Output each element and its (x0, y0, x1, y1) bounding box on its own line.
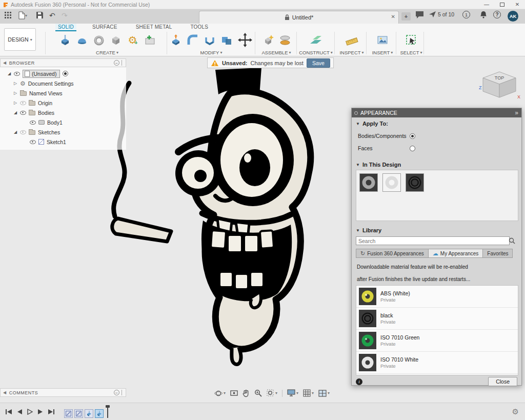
bodies-radio[interactable] (410, 133, 415, 139)
appearance-header[interactable]: APPEARANCE » (352, 108, 521, 117)
tab-fusion-appearances[interactable]: ↻ Fusion 360 Appearances (356, 249, 429, 258)
visibility-eye-icon[interactable] (20, 101, 26, 105)
design-swatch-white[interactable] (382, 173, 401, 192)
timeline-position-marker[interactable] (107, 406, 111, 418)
visibility-eye-icon[interactable] (14, 72, 20, 76)
construction-plane-icon[interactable] (309, 32, 323, 48)
play-icon[interactable] (27, 409, 33, 415)
comments-header[interactable]: ◀ COMMENTS − (0, 388, 126, 397)
timeline-sketch-feature-icon[interactable] (74, 409, 83, 418)
timeline-selected-feature-icon[interactable] (95, 409, 104, 418)
faces-radio[interactable] (410, 146, 415, 151)
skip-to-end-icon[interactable] (48, 409, 55, 415)
tree-root-unsaved[interactable]: ◢ (Unsaved) (0, 69, 126, 78)
expander-icon[interactable]: ◢ (13, 110, 17, 115)
group-insert-label[interactable]: INSERT▾ (372, 50, 393, 55)
tab-solid[interactable]: SOLID (55, 24, 76, 31)
close-dialog-button[interactable]: Close (488, 377, 517, 386)
design-swatch-gray[interactable] (359, 173, 378, 192)
saves-counter[interactable]: 5 of 10 (429, 11, 454, 18)
save-button[interactable]: Save (307, 58, 330, 68)
fillet-icon[interactable] (186, 32, 200, 48)
extrude-icon[interactable] (58, 32, 72, 48)
look-at-icon[interactable] (230, 389, 238, 397)
material-row-iso-white[interactable]: ISO 7010 White Private (356, 352, 518, 374)
visibility-eye-icon[interactable] (30, 140, 36, 144)
step-back-icon[interactable] (17, 409, 23, 415)
redo-icon[interactable]: ↷ (62, 11, 68, 19)
insert-image-icon[interactable] (375, 32, 390, 48)
shell-icon[interactable] (203, 32, 217, 48)
material-row-black[interactable]: black Private (356, 308, 518, 330)
tree-item-document-settings[interactable]: ▷ ⚙ Document Settings (0, 78, 126, 88)
browser-minimize-icon[interactable]: − (114, 60, 119, 66)
notification-bell-icon[interactable] (480, 11, 487, 18)
visibility-eye-icon[interactable] (20, 111, 26, 115)
in-this-design-section-header[interactable]: ▼ In This Design (356, 162, 401, 168)
step-forward-icon[interactable] (37, 409, 43, 415)
browser-resize-handle[interactable] (122, 60, 125, 66)
orbit-icon[interactable]: ▾ (214, 389, 226, 397)
move-icon[interactable] (236, 32, 254, 48)
visibility-eye-icon[interactable] (30, 121, 36, 125)
timeline-sketch-feature-icon[interactable] (64, 409, 73, 418)
browser-collapse-icon[interactable]: ◀ (3, 61, 7, 65)
joint-icon[interactable] (278, 32, 292, 48)
account-avatar[interactable]: AK (508, 11, 518, 22)
expander-icon[interactable]: ◢ (7, 71, 11, 76)
select-icon[interactable] (404, 32, 418, 48)
coil-icon[interactable] (92, 32, 106, 48)
fit-icon[interactable]: ▾ (267, 389, 277, 397)
tree-item-sketches[interactable]: ◢ Sketches (0, 127, 126, 137)
group-modify-label[interactable]: MODIFY▾ (200, 50, 223, 55)
apply-to-section-header[interactable]: ▼ Apply To: (356, 121, 388, 127)
tree-item-origin[interactable]: ▷ Origin (0, 98, 126, 108)
document-tab-close-icon[interactable]: ✕ (391, 14, 395, 19)
close-window-button[interactable]: ✕ (510, 0, 525, 9)
comment-icon[interactable] (415, 11, 424, 19)
expander-icon[interactable]: ◢ (13, 130, 17, 134)
display-settings-icon[interactable]: ▾ (287, 389, 298, 397)
canvas-artwork-zombie-face[interactable] (97, 67, 328, 369)
activate-component-radio[interactable] (63, 71, 68, 76)
material-row-abs-white[interactable]: ABS (White) Private (356, 286, 518, 308)
grid-settings-icon[interactable]: ▾ (303, 389, 314, 397)
info-icon[interactable]: i (356, 378, 362, 385)
group-select-label[interactable]: SELECT▾ (400, 50, 422, 55)
apply-to-bodies-option[interactable]: Bodies/Components (358, 133, 415, 139)
tab-surface[interactable]: SURFACE (90, 24, 120, 31)
skip-to-start-icon[interactable] (5, 409, 12, 415)
document-tab[interactable]: Untitled* ✕ (199, 11, 399, 24)
zoom-icon[interactable] (254, 389, 262, 397)
new-tab-button[interactable]: + (401, 12, 411, 21)
save-icon[interactable] (36, 11, 44, 19)
material-row-iso-green[interactable]: ISO 7010 Green Private (356, 330, 518, 352)
pan-hand-icon[interactable] (243, 389, 250, 397)
tree-item-sketch1[interactable]: Sketch1 (0, 137, 126, 147)
undo-icon[interactable]: ↶ (49, 11, 55, 19)
visibility-eye-icon[interactable] (20, 130, 26, 134)
apply-to-faces-option[interactable]: Faces (358, 145, 415, 151)
expander-icon[interactable]: ▷ (13, 101, 17, 105)
viewcube[interactable]: TOP Z X (477, 67, 522, 101)
tab-tools[interactable]: TOOLS (188, 24, 211, 31)
tab-favorites[interactable]: Favorites (483, 249, 513, 258)
primitive-box-icon[interactable] (109, 32, 123, 48)
browser-header[interactable]: ◀ BROWSER − (0, 58, 126, 67)
create-sketch-icon[interactable] (143, 32, 157, 48)
app-grid-icon[interactable] (4, 11, 12, 19)
revolve-icon[interactable] (75, 32, 89, 48)
measure-icon[interactable] (345, 32, 359, 48)
gear-create-icon[interactable]: ⚙+ (126, 32, 140, 48)
comments-resize-handle[interactable] (122, 390, 125, 395)
comments-collapse-icon[interactable]: ◀ (3, 390, 7, 395)
tree-item-bodies[interactable]: ◢ Bodies (0, 108, 126, 117)
expander-icon[interactable]: ▷ (13, 91, 17, 95)
group-create-label[interactable]: CREATE▾ (96, 50, 118, 55)
tab-sheet-metal[interactable]: SHEET METAL (133, 24, 175, 31)
timeline-extrude-feature-icon[interactable] (85, 409, 93, 418)
minimize-button[interactable]: — (479, 0, 494, 9)
press-pull-icon[interactable] (169, 32, 183, 48)
file-menu-button[interactable]: ▾ (18, 11, 27, 19)
help-button[interactable]: ? (493, 11, 501, 18)
